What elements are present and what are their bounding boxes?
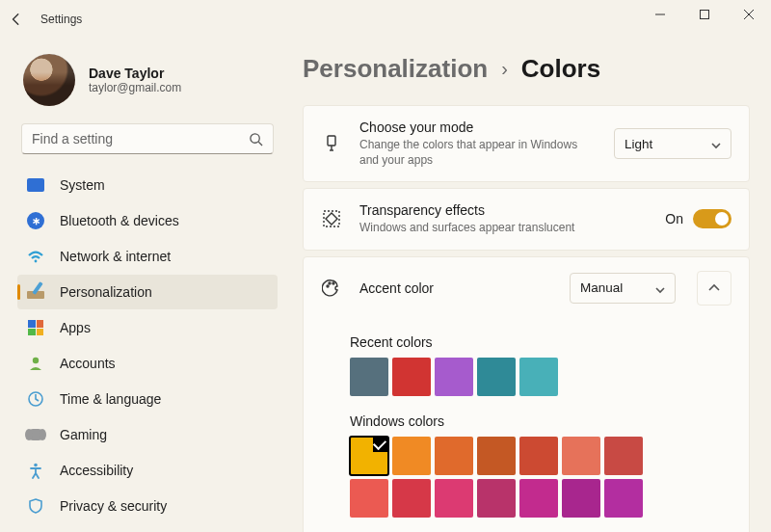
accent-mode-value: Manual	[580, 280, 623, 295]
apps-icon	[27, 319, 44, 336]
transparency-subtitle: Windows and surfaces appear translucent	[359, 220, 648, 235]
color-swatch[interactable]	[477, 479, 516, 518]
svg-point-3	[33, 358, 39, 363]
minimize-button[interactable]	[638, 0, 682, 29]
palette-icon	[321, 278, 342, 299]
sidebar: Dave Taylor taylor@gmail.com System ∗ Bl…	[0, 39, 289, 532]
profile-block[interactable]: Dave Taylor taylor@gmail.com	[17, 46, 278, 123]
nav-label: Apps	[60, 320, 91, 335]
color-swatch[interactable]	[604, 437, 643, 475]
paintbrush-icon	[321, 133, 342, 154]
windows-colors-label: Windows colors	[350, 413, 731, 429]
chevron-right-icon: ›	[501, 58, 508, 80]
nav-item-privacy[interactable]: Privacy & security	[17, 489, 278, 523]
nav-item-system[interactable]: System	[17, 168, 278, 202]
search-box[interactable]	[21, 123, 274, 154]
color-swatch[interactable]	[392, 479, 431, 518]
mode-value: Light	[625, 137, 652, 151]
svg-point-10	[332, 282, 334, 284]
person-icon	[27, 355, 44, 372]
nav-item-apps[interactable]: Apps	[17, 310, 278, 345]
nav-item-network[interactable]: Network & internet	[17, 239, 278, 274]
clock-globe-icon	[27, 390, 44, 408]
back-button[interactable]	[10, 13, 23, 26]
close-button[interactable]	[727, 0, 771, 29]
nav-item-time-language[interactable]: Time & language	[17, 382, 278, 416]
mode-subtitle: Change the colors that appear in Windows…	[359, 137, 597, 168]
svg-point-5	[34, 464, 38, 467]
windows-colors-row-2	[350, 479, 731, 518]
svg-point-2	[35, 260, 38, 263]
color-swatch[interactable]	[392, 437, 431, 475]
accessibility-icon	[27, 462, 44, 479]
nav-label: Accounts	[60, 356, 116, 371]
window-title: Settings	[40, 13, 82, 26]
svg-point-8	[327, 285, 329, 287]
color-swatch[interactable]	[604, 479, 643, 518]
accent-title: Accent color	[359, 280, 552, 296]
color-swatch[interactable]	[435, 479, 473, 518]
mode-dropdown[interactable]: Light	[614, 128, 731, 159]
svg-rect-6	[328, 136, 335, 146]
search-input[interactable]	[32, 131, 249, 146]
mode-title: Choose your mode	[359, 120, 597, 135]
maximize-button[interactable]	[682, 0, 727, 29]
nav-label: System	[60, 177, 105, 193]
color-swatch[interactable]	[477, 358, 516, 396]
chevron-down-icon	[655, 283, 665, 293]
transparency-card: Transparency effects Windows and surface…	[303, 188, 750, 250]
system-icon	[27, 176, 44, 194]
profile-name: Dave Taylor	[89, 66, 181, 81]
color-swatch[interactable]	[477, 437, 516, 475]
color-swatch[interactable]	[519, 437, 558, 475]
nav-label: Bluetooth & devices	[60, 213, 179, 228]
nav-label: Gaming	[60, 427, 107, 442]
windows-colors-row-1	[350, 437, 731, 475]
bluetooth-icon: ∗	[27, 212, 44, 229]
nav-label: Accessibility	[60, 463, 133, 478]
paintbrush-icon	[27, 283, 44, 301]
nav-item-gaming[interactable]: Gaming	[17, 417, 278, 452]
mode-card: Choose your mode Change the colors that …	[303, 105, 750, 182]
shield-icon	[27, 497, 44, 515]
color-swatch[interactable]	[350, 479, 388, 518]
svg-point-1	[251, 133, 259, 142]
nav-item-accessibility[interactable]: Accessibility	[17, 453, 278, 488]
nav-label: Time & language	[60, 391, 161, 407]
profile-email: taylor@gmail.com	[89, 81, 181, 94]
nav-list: System ∗ Bluetooth & devices Network & i…	[17, 168, 278, 523]
color-swatch[interactable]	[562, 437, 600, 475]
transparency-title: Transparency effects	[359, 202, 648, 218]
transparency-state: On	[665, 211, 683, 226]
recent-colors-row	[350, 358, 731, 396]
nav-label: Privacy & security	[60, 498, 167, 514]
transparency-toggle[interactable]	[693, 209, 731, 228]
nav-item-personalization[interactable]: Personalization	[17, 275, 278, 309]
color-swatch[interactable]	[435, 358, 473, 396]
accent-mode-dropdown[interactable]: Manual	[570, 273, 676, 304]
recent-colors-label: Recent colors	[350, 334, 731, 350]
main-panel: Personalization › Colors Choose your mod…	[289, 39, 771, 532]
breadcrumb: Personalization › Colors	[303, 54, 750, 84]
color-swatch[interactable]	[392, 358, 431, 396]
color-swatch[interactable]	[562, 479, 600, 518]
gamepad-icon	[27, 426, 44, 443]
nav-item-accounts[interactable]: Accounts	[17, 346, 278, 381]
breadcrumb-current: Colors	[521, 54, 600, 84]
accent-card: Accent color Manual Recent colors Window…	[303, 256, 750, 532]
wifi-icon	[27, 248, 44, 265]
accent-collapse-button[interactable]	[697, 271, 731, 306]
search-icon	[249, 132, 263, 146]
titlebar: Settings	[0, 0, 771, 39]
color-swatch[interactable]	[350, 437, 388, 475]
nav-label: Network & internet	[60, 249, 171, 264]
color-swatch[interactable]	[519, 479, 558, 518]
svg-point-9	[329, 282, 331, 284]
transparency-icon	[321, 208, 342, 229]
breadcrumb-parent[interactable]: Personalization	[303, 54, 488, 84]
color-swatch[interactable]	[350, 358, 388, 396]
color-swatch[interactable]	[435, 437, 473, 475]
nav-item-bluetooth[interactable]: ∗ Bluetooth & devices	[17, 203, 278, 238]
chevron-down-icon	[711, 139, 721, 148]
color-swatch[interactable]	[519, 358, 558, 396]
